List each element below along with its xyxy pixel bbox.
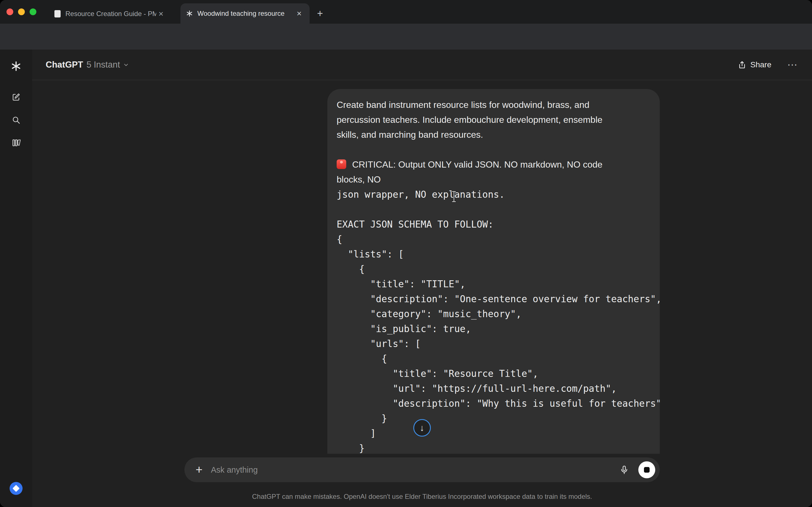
openai-logo-icon[interactable] <box>0 57 32 75</box>
message-line: percussion teachers. Include embouchure … <box>337 112 651 127</box>
tab-resource-creation-guide[interactable]: Resource Creation Guide - PM × <box>49 4 171 24</box>
model-selector[interactable]: ChatGPT 5 Instant <box>46 60 129 70</box>
app-title: ChatGPT <box>46 60 83 70</box>
message-line: 🚨 CRITICAL: Output ONLY valid JSON. NO m… <box>337 157 651 172</box>
user-message-bubble: Create band instrument resource lists fo… <box>327 89 660 454</box>
code-line: "category": "music_theory", <box>337 306 651 321</box>
new-chat-icon[interactable] <box>0 88 32 106</box>
conversation-menu-icon[interactable]: ⋯ <box>787 60 797 70</box>
code-line: { <box>337 232 651 247</box>
search-icon[interactable] <box>0 111 32 129</box>
code-line: { <box>337 351 651 366</box>
message-line: Create band instrument resource lists fo… <box>337 98 651 112</box>
message-line: skills, and marching band resources. <box>337 127 651 142</box>
document-favicon-icon <box>54 10 61 17</box>
composer-area: + ChatGPT can make mistakes. OpenAI does… <box>32 454 812 507</box>
model-name: 5 Instant <box>87 60 120 70</box>
library-icon[interactable] <box>0 134 32 152</box>
code-line: "title": "TITLE", <box>337 277 651 291</box>
chevron-down-icon <box>123 62 129 68</box>
code-line: EXACT JSON SCHEMA TO FOLLOW: <box>337 217 651 232</box>
tab-strip: Resource Creation Guide - PM × Woodwind … <box>0 0 812 24</box>
disclaimer-text: ChatGPT can make mistakes. OpenAI doesn'… <box>32 493 812 501</box>
code-line: "is_public": true, <box>337 321 651 336</box>
code-line: } <box>337 441 651 454</box>
close-button[interactable] <box>6 8 13 15</box>
microphone-icon[interactable] <box>617 463 631 476</box>
scroll-to-bottom-button[interactable]: ↓ <box>413 419 431 437</box>
chatgpt-favicon-icon <box>186 10 193 17</box>
stop-icon <box>644 467 650 473</box>
main-panel: ChatGPT 5 Instant Share ⋯ Create band <box>32 50 812 507</box>
chat-scroll-area[interactable]: Create band instrument resource lists fo… <box>32 80 812 454</box>
chatgpt-app: ChatGPT 5 Instant Share ⋯ Create band <box>0 50 812 507</box>
message-input[interactable] <box>211 465 617 474</box>
code-line: } <box>337 411 651 426</box>
code-line: "title": "Resource Title", <box>337 366 651 381</box>
critical-text: CRITICAL: Output ONLY valid JSON. NO mar… <box>350 159 603 170</box>
stop-generating-button[interactable] <box>638 461 655 478</box>
code-line: json wrapper, NO explanations. <box>337 187 651 202</box>
zoom-button[interactable] <box>30 8 36 15</box>
blank-line <box>337 202 651 217</box>
sidebar <box>0 50 32 507</box>
share-label: Share <box>750 60 771 69</box>
message-line: blocks, NO <box>337 172 651 187</box>
tab-title: Resource Creation Guide - PM <box>65 10 156 18</box>
chat-header: ChatGPT 5 Instant Share ⋯ <box>32 50 812 80</box>
tab-woodwind-teaching-active[interactable]: Woodwind teaching resource × <box>181 3 310 24</box>
workspace-badge-icon[interactable] <box>10 482 22 495</box>
close-tab-icon[interactable]: × <box>156 9 166 18</box>
code-line: "description": "Why this is useful for t… <box>337 396 651 411</box>
code-line: "url": "https://full-url-here.com/path", <box>337 381 651 396</box>
police-light-emoji: 🚨 <box>337 159 346 169</box>
code-line: "description": "One-sentence overview fo… <box>337 291 651 306</box>
share-button[interactable]: Share <box>738 60 771 69</box>
new-tab-button[interactable]: + <box>314 7 326 20</box>
arrow-down-icon: ↓ <box>420 423 424 433</box>
blank-line <box>337 142 651 157</box>
code-line: "urls": [ <box>337 336 651 351</box>
code-line: ] <box>337 426 651 441</box>
attach-plus-button[interactable]: + <box>192 463 206 476</box>
close-tab-icon[interactable]: × <box>294 9 304 18</box>
code-line: "lists": [ <box>337 247 651 262</box>
tab-title: Woodwind teaching resource <box>197 10 294 17</box>
browser-window: Resource Creation Guide - PM × Woodwind … <box>0 0 812 507</box>
browser-toolbar: chatgpt.com/c/6901518c-c454-8327-b5a7-b0… <box>0 24 812 50</box>
code-line: { <box>337 262 651 277</box>
minimize-button[interactable] <box>18 8 25 15</box>
share-icon <box>738 61 746 69</box>
composer[interactable]: + <box>185 457 660 482</box>
